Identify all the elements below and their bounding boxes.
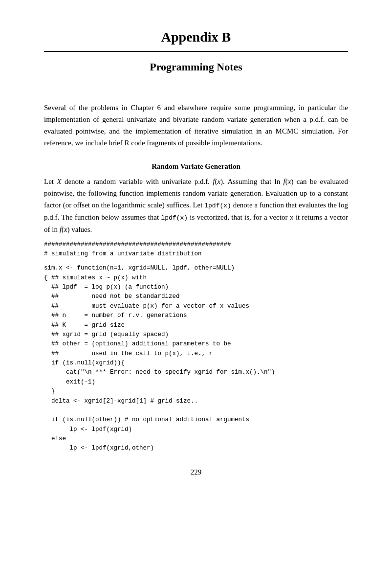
code-lpdf2: lpdf(x) — [161, 214, 188, 222]
body-text-1: Let X denote a random variable with univ… — [44, 176, 348, 235]
code-x-var: x — [290, 214, 294, 222]
subsection-title: Random Variate Generation — [44, 162, 348, 171]
var-x4: x — [64, 226, 67, 233]
code-lpdf1: lpdf(x) — [204, 202, 231, 209]
page: Appendix B Programming Notes Several of … — [0, 0, 392, 588]
spacer-top — [44, 87, 348, 102]
code-comments: ########################################… — [44, 240, 348, 259]
var-x2: x — [217, 178, 220, 185]
var-x3: x — [288, 178, 291, 185]
var-fx2: f — [283, 178, 285, 185]
appendix-title: Appendix B — [44, 29, 348, 45]
intro-paragraph: Several of the problems in Chapter 6 and… — [44, 102, 348, 149]
divider-line — [44, 51, 348, 52]
var-fx: f — [213, 178, 215, 185]
code-main: sim.x <- function(n=1, xgrid=NULL, lpdf,… — [44, 264, 348, 453]
var-fx3: f — [60, 226, 62, 233]
var-x: X — [57, 178, 61, 185]
section-title: Programming Notes — [44, 61, 348, 73]
page-number: 229 — [44, 468, 348, 476]
